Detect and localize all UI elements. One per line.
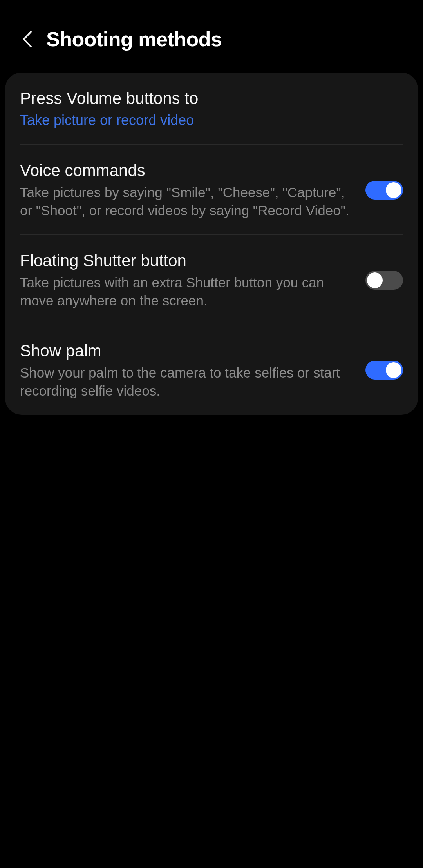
row-voice-commands[interactable]: Voice commands Take pictures by saying "… bbox=[5, 145, 418, 234]
toggle-voice-commands[interactable] bbox=[365, 181, 403, 200]
row-title: Press Volume buttons to bbox=[20, 88, 403, 109]
row-title: Show palm bbox=[20, 341, 354, 361]
row-desc: Take pictures with an extra Shutter butt… bbox=[20, 274, 354, 310]
row-desc: Take pictures by saying "Smile", "Cheese… bbox=[20, 183, 354, 220]
row-desc: Show your palm to the camera to take sel… bbox=[20, 364, 354, 400]
toggle-floating-shutter[interactable] bbox=[365, 271, 403, 290]
settings-card: Press Volume buttons to Take picture or … bbox=[5, 73, 418, 415]
row-value: Take picture or record video bbox=[20, 111, 403, 130]
page-title: Shooting methods bbox=[46, 27, 222, 51]
toggle-knob bbox=[367, 272, 383, 288]
back-icon[interactable] bbox=[22, 30, 33, 48]
toggle-knob bbox=[386, 182, 401, 198]
row-text: Floating Shutter button Take pictures wi… bbox=[20, 251, 354, 310]
toggle-show-palm[interactable] bbox=[365, 361, 403, 380]
row-volume-buttons[interactable]: Press Volume buttons to Take picture or … bbox=[5, 73, 418, 144]
header: Shooting methods bbox=[0, 0, 423, 67]
row-show-palm[interactable]: Show palm Show your palm to the camera t… bbox=[5, 325, 418, 415]
toggle-knob bbox=[386, 362, 401, 378]
row-title: Floating Shutter button bbox=[20, 251, 354, 271]
row-text: Voice commands Take pictures by saying "… bbox=[20, 160, 354, 220]
row-floating-shutter[interactable]: Floating Shutter button Take pictures wi… bbox=[5, 235, 418, 325]
row-title: Voice commands bbox=[20, 160, 354, 181]
row-text: Press Volume buttons to Take picture or … bbox=[20, 88, 403, 129]
row-text: Show palm Show your palm to the camera t… bbox=[20, 341, 354, 400]
